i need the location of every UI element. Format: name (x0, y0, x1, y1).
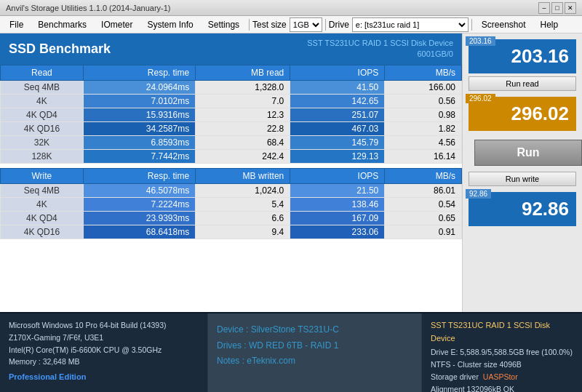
table-row: Seq 4MB 24.0964ms 1,328.0 41.50 166.00 (1, 80, 462, 94)
close-button[interactable]: ✕ (565, 2, 576, 14)
device-info-line2: NTFS - Cluster size 4096B (431, 359, 573, 371)
ssd-header: SSD Benchmark SST TS231UC RAID 1 SCSI Di… (0, 33, 462, 65)
menu-benchmarks[interactable]: Benchmarks (31, 17, 93, 32)
system-info-line1: Microsoft Windows 10 Pro 64-bit Build (1… (9, 319, 199, 332)
menu-file[interactable]: File (3, 17, 30, 32)
device-info-line1: Drive E: 5,588.9/5,588.5GB free (100.0%) (431, 346, 573, 359)
ssd-device: SST TS231UC RAID 1 SCSI Disk Device 6001… (307, 38, 453, 60)
device-title: SST TS231UC RAID 1 SCSI Disk Device (431, 319, 573, 345)
test-size-select[interactable]: 1GB (290, 17, 322, 32)
menu-separator-3 (471, 19, 472, 31)
professional-edition: Professional Edition (9, 371, 199, 384)
test-size-label: Test size (252, 20, 287, 30)
system-info-line4: Memory : 32,648 MB (9, 356, 199, 368)
iops-col-header: IOPS (290, 65, 385, 80)
table-row: 4K QD16 68.6418ms 9.4 233.06 0.91 (1, 225, 462, 239)
table-row: Seq 4MB 46.5078ms 1,024.0 21.50 86.01 (1, 183, 462, 197)
read-score-tag: 203.16 (466, 36, 495, 46)
system-info-line2: Z170X-Gaming 7/F6f, U3E1 (9, 332, 199, 344)
write-iops-col-header: IOPS (290, 168, 385, 183)
right-panel: 203.16 203.16 Run read 296.02 296.02 Run (462, 33, 582, 312)
maximize-button[interactable]: □ (551, 2, 563, 14)
ssd-title: SSD Benchmark (9, 41, 111, 57)
table-row: 4K QD16 34.2587ms 22.8 467.03 1.82 (1, 121, 462, 135)
system-info-line3: Intel(R) Core(TM) i5-6600K CPU @ 3.50GHz (9, 344, 199, 356)
drive-label: Drive (329, 20, 349, 30)
menu-separator-2 (325, 19, 326, 31)
run-write-btn[interactable]: Run write (469, 172, 576, 186)
run-score-value: 296.02 (511, 103, 569, 124)
write-col-header: Write (1, 168, 84, 183)
title-bar-controls: – □ ✕ (538, 2, 576, 14)
menu-settings[interactable]: Settings (202, 17, 246, 32)
bottom-panel: Microsoft Windows 10 Pro 64-bit Build (1… (0, 312, 582, 392)
menu-system-info[interactable]: System Info (140, 17, 199, 32)
bottom-left: Microsoft Windows 10 Pro 64-bit Build (1… (0, 313, 207, 392)
table-row: 128K 7.7442ms 242.4 129.13 16.14 (1, 149, 462, 163)
menu-help[interactable]: Help (534, 17, 565, 32)
device-info-line3: Storage driver UASPStor (431, 371, 573, 383)
table-row: 4K QD4 15.9316ms 12.3 251.07 0.98 (1, 108, 462, 121)
run-score-container: 296.02 296.02 (469, 97, 576, 131)
device-line3: Notes : eTeknix.com (217, 353, 412, 369)
table-row: 4K 7.2224ms 5.4 138.46 0.54 (1, 197, 462, 211)
write-mb-col-header: MB written (196, 168, 290, 183)
device-info-line4: Alignment 132096kB OK (431, 383, 573, 392)
run-write-button[interactable]: Run write (469, 172, 576, 186)
run-read-btn[interactable]: Run read (469, 76, 576, 91)
run-button-container[interactable]: Run (469, 137, 576, 169)
write-score-container: 92.86 92.86 (469, 192, 576, 226)
table-row: 32K 6.8593ms 68.4 145.79 4.56 (1, 135, 462, 149)
write-resp-time-col-header: Resp. time (83, 168, 195, 183)
menu-iometer[interactable]: IOmeter (95, 17, 139, 32)
run-btn[interactable]: Run (474, 140, 582, 166)
read-table: Read Resp. time MB read IOPS MB/s Seq 4M… (0, 65, 462, 164)
minimize-button[interactable]: – (538, 2, 550, 14)
drive-select[interactable]: e: [ts231uc raid 1] (352, 17, 469, 32)
read-col-header: Read (1, 65, 84, 80)
run-read-button[interactable]: Run read (469, 76, 576, 91)
table-row: 4K QD4 23.9393ms 6.6 167.09 0.65 (1, 211, 462, 225)
title-bar-text: Anvil's Storage Utilities 1.1.0 (2014-Ja… (6, 4, 170, 12)
mb-read-col-header: MB read (196, 65, 290, 80)
write-mbs-col-header: MB/s (385, 168, 462, 183)
mbs-col-header: MB/s (385, 65, 462, 80)
drive-group: Drive e: [ts231uc raid 1] (329, 17, 469, 32)
device-line1: Device : SilverStone TS231U-C (217, 322, 412, 338)
test-size-group: Test size 1GB (252, 17, 322, 32)
read-score-container: 203.16 203.16 (469, 39, 576, 73)
menu-bar: File Benchmarks IOmeter System Info Sett… (0, 16, 582, 33)
write-score-tag: 92.86 (466, 189, 491, 199)
table-row: 4K 7.0102ms 7.0 142.65 0.56 (1, 94, 462, 108)
device-line2: Drives : WD RED 6TB - RAID 1 (217, 338, 412, 354)
write-table: Write Resp. time MB written IOPS MB/s Se… (0, 168, 462, 239)
read-score-value: 203.16 (511, 45, 569, 67)
title-bar: Anvil's Storage Utilities 1.1.0 (2014-Ja… (0, 0, 582, 16)
bottom-right: SST TS231UC RAID 1 SCSI Disk Device Driv… (422, 313, 582, 392)
menu-screenshot[interactable]: Screenshot (475, 17, 533, 32)
left-panel: SSD Benchmark SST TS231UC RAID 1 SCSI Di… (0, 33, 462, 312)
write-score-value: 92.86 (522, 198, 569, 220)
menu-separator-1 (249, 19, 250, 31)
bottom-center: Device : SilverStone TS231U-C Drives : W… (207, 313, 422, 392)
resp-time-col-header: Resp. time (83, 65, 195, 80)
run-score-tag: 296.02 (466, 94, 495, 103)
